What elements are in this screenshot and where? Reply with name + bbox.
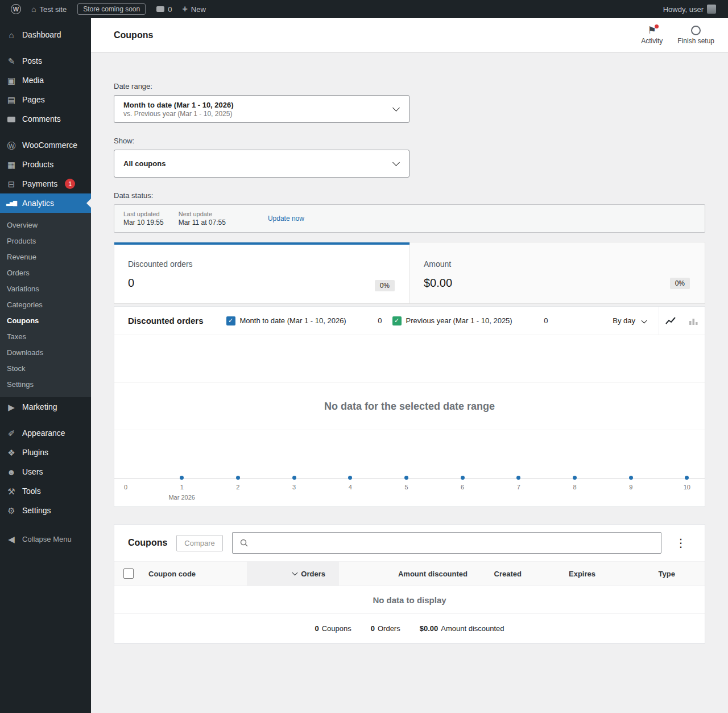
activity-flag-icon: ⚑: [648, 26, 656, 35]
sidebar-item-dashboard[interactable]: ⌂ Dashboard: [0, 25, 91, 44]
submenu-item-revenue[interactable]: Revenue: [0, 249, 91, 265]
users-icon: ☻: [6, 468, 17, 476]
submenu-item-settings[interactable]: Settings: [0, 377, 91, 393]
sidebar-item-media[interactable]: ▣ Media: [0, 71, 91, 90]
table-search[interactable]: [232, 532, 661, 554]
home-icon: ⌂: [31, 5, 36, 13]
submenu-item-overview[interactable]: Overview: [0, 217, 91, 233]
sidebar-item-plugins[interactable]: ❖ Plugins: [0, 443, 91, 462]
submenu-item-variations[interactable]: Variations: [0, 281, 91, 297]
wordpress-menu[interactable]: W: [6, 0, 26, 18]
collapse-menu-button[interactable]: ◀ Collapse Menu: [0, 529, 91, 549]
submenu-item-taxes[interactable]: Taxes: [0, 329, 91, 345]
analytics-icon: ▃▅▇: [6, 201, 17, 206]
checkbox-checked-icon: ✓: [226, 316, 235, 325]
line-chart-button[interactable]: [659, 307, 682, 335]
column-coupon-code[interactable]: Coupon code: [139, 562, 247, 586]
sidebar-item-products[interactable]: ▦ Products: [0, 155, 91, 174]
checkbox-checked-icon: ✓: [392, 316, 402, 325]
new-content-menu[interactable]: + New: [177, 0, 210, 18]
admin-bar-left: W ⌂ Test site Store coming soon 0 + New: [6, 0, 211, 18]
select-all-checkbox[interactable]: [114, 562, 139, 586]
summary-card-discounted-orders[interactable]: Discounted orders 0 0%: [114, 242, 410, 303]
search-input[interactable]: [253, 539, 654, 547]
media-icon: ▣: [6, 76, 17, 85]
sidebar-item-settings[interactable]: ⚙ Settings: [0, 501, 91, 520]
finish-setup-button[interactable]: Finish setup: [677, 26, 714, 45]
x-tick: 10: [682, 476, 692, 491]
settings-icon: ⚙: [6, 506, 17, 515]
menu-separator: [0, 129, 91, 135]
sidebar-item-analytics[interactable]: ▃▅▇ Analytics: [0, 193, 91, 213]
menu-separator: [0, 520, 91, 527]
legend-current-period[interactable]: ✓ Month to date (Mar 1 - 10, 2026) 0: [226, 316, 392, 325]
submenu-item-orders[interactable]: Orders: [0, 265, 91, 281]
column-amount-discounted[interactable]: Amount discounted: [339, 562, 481, 586]
tick-dot: [461, 476, 465, 480]
tick-dot: [685, 476, 689, 480]
activity-button[interactable]: ⚑ Activity: [641, 26, 663, 45]
stat-amount-discounted: $0.00Amount discounted: [420, 624, 504, 633]
submenu-item-coupons[interactable]: Coupons: [0, 313, 91, 329]
column-orders-sorted[interactable]: Orders: [247, 562, 339, 586]
summary-numbers: Discounted orders 0 0% Amount $0.00 0%: [114, 242, 705, 304]
table-header-row: Coupon code Orders Amount discounted Cre…: [114, 561, 705, 586]
legend-previous-period[interactable]: ✓ Previous year (Mar 1 - 10, 2025) 0: [392, 316, 559, 325]
x-tick: 4: [346, 476, 355, 491]
data-status-label: Data status:: [114, 191, 705, 200]
submenu-item-stock[interactable]: Stock: [0, 361, 91, 377]
submenu-item-categories[interactable]: Categories: [0, 297, 91, 313]
products-icon: ▦: [6, 160, 17, 169]
sidebar-item-marketing[interactable]: ▶ Marketing: [0, 397, 91, 417]
wordpress-admin: W ⌂ Test site Store coming soon 0 + New …: [0, 0, 728, 713]
submenu-item-downloads[interactable]: Downloads: [0, 345, 91, 361]
pages-icon: ▤: [6, 96, 17, 104]
sidebar-item-pages[interactable]: ▤ Pages: [0, 90, 91, 109]
column-type[interactable]: Type: [609, 562, 705, 586]
posts-icon: ✎: [6, 57, 17, 65]
payments-icon: ⊟: [6, 180, 17, 188]
x-tick: 8: [570, 476, 580, 491]
sidebar-item-users[interactable]: ☻ Users: [0, 462, 91, 481]
collapse-arrow-icon: ◀: [6, 535, 17, 543]
column-created[interactable]: Created: [481, 562, 535, 586]
last-updated: Last updated Mar 10 19:55: [123, 211, 164, 226]
chart-plot-area: No data for the selected date range: [114, 335, 705, 478]
date-range-select[interactable]: Month to date (Mar 1 - 10, 2026) vs. Pre…: [114, 95, 410, 123]
account-menu[interactable]: Howdy, user: [658, 0, 721, 18]
compare-button[interactable]: Compare: [176, 535, 222, 551]
update-now-link[interactable]: Update now: [268, 215, 304, 222]
sidebar-item-posts[interactable]: ✎ Posts: [0, 51, 91, 71]
bar-chart-button[interactable]: [682, 307, 705, 335]
chart-x-axis: 0 1Mar 2026 2 3 4 5 6 7 8 9 10: [114, 478, 705, 506]
stat-coupons: 0Coupons: [315, 624, 351, 633]
sidebar-item-comments[interactable]: Comments: [0, 109, 91, 129]
activity-label: Activity: [641, 37, 663, 45]
x-tick: 5: [402, 476, 411, 491]
submenu-item-products[interactable]: Products: [0, 233, 91, 249]
chart-header: Discounted orders ✓ Month to date (Mar 1…: [114, 307, 705, 335]
sidebar-item-payments[interactable]: ⊟ Payments 1: [0, 174, 91, 193]
interval-select[interactable]: By day: [600, 316, 659, 325]
menu-separator: [0, 44, 91, 51]
site-name-menu[interactable]: ⌂ Test site: [26, 0, 72, 18]
sidebar-item-appearance[interactable]: ✐ Appearance: [0, 423, 91, 443]
menu-separator: [0, 417, 91, 423]
comments-count: 0: [168, 5, 172, 14]
notification-dot: [655, 24, 659, 28]
chevron-down-icon: [392, 159, 400, 166]
analytics-coupons-report: Date range: Month to date (Mar 1 - 10, 2…: [91, 52, 728, 666]
sidebar-item-tools[interactable]: ⚒ Tools: [0, 481, 91, 501]
column-expires[interactable]: Expires: [535, 562, 609, 586]
tick-dot: [348, 476, 352, 480]
tick-dot: [180, 476, 184, 480]
chart-type-toggle: [659, 307, 705, 335]
table-menu-button[interactable]: ⋮: [671, 535, 691, 551]
summary-card-amount[interactable]: Amount $0.00 0%: [410, 242, 705, 303]
x-tick: 0: [121, 476, 130, 491]
sidebar-item-woocommerce[interactable]: Ⓦ WooCommerce: [0, 135, 91, 155]
stat-orders: 0Orders: [371, 624, 400, 633]
show-select[interactable]: All coupons: [114, 150, 410, 178]
admin-bar: W ⌂ Test site Store coming soon 0 + New …: [0, 0, 728, 18]
comments-menu[interactable]: 0: [151, 0, 177, 18]
